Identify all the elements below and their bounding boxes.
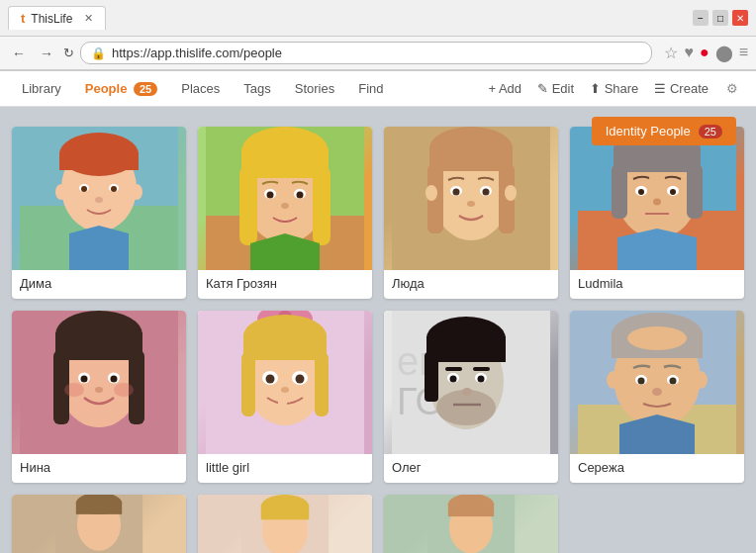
svg-point-86 (450, 376, 457, 383)
person-name-katya: Катя Грозян (198, 270, 372, 299)
svg-point-87 (478, 376, 485, 383)
person-photo-ludmila (570, 127, 744, 270)
pinterest-icon[interactable]: ● (700, 44, 709, 62)
svg-point-60 (114, 383, 134, 397)
svg-point-58 (111, 376, 118, 383)
nav-stories[interactable]: Stories (285, 71, 344, 106)
person-photo-nina (12, 311, 186, 454)
person-photo-katya (198, 127, 372, 270)
person-card-littlegirl[interactable]: little girl (198, 311, 372, 483)
nav-library[interactable]: Library (12, 71, 71, 106)
nav-find[interactable]: Find (348, 71, 393, 106)
person-photo-littlegirl (198, 311, 372, 454)
tab-icon: t (21, 11, 25, 26)
svg-rect-74 (278, 398, 287, 405)
person-card-katya[interactable]: Катя Грозян (198, 127, 372, 299)
people-badge: 25 (134, 82, 157, 96)
person-card-partial1[interactable] (12, 495, 186, 553)
svg-point-103 (694, 371, 708, 389)
nav-people[interactable]: People 25 (75, 71, 168, 106)
people-grid: Дима (12, 127, 744, 553)
browser-tab[interactable]: t ThisLife ✕ (8, 6, 106, 30)
heart-icon[interactable]: ♥ (684, 44, 694, 62)
person-photo-dima (12, 127, 186, 270)
app-nav: Library People 25 Places Tags Stories Fi… (0, 71, 756, 107)
window-maximize-button[interactable]: □ (712, 10, 728, 26)
svg-point-46 (638, 189, 644, 195)
svg-point-101 (652, 388, 662, 396)
svg-rect-82 (425, 352, 438, 402)
person-card-nina[interactable]: Нина (12, 311, 186, 483)
main-content: Identity People 25 (0, 107, 756, 553)
person-card-partial2[interactable] (198, 495, 372, 553)
svg-point-36 (505, 185, 517, 201)
address-actions: ☆ ♥ ● ⬤ ≡ (664, 44, 748, 62)
person-card-dima[interactable]: Дима (12, 127, 186, 299)
svg-rect-89 (473, 367, 490, 371)
svg-rect-17 (239, 166, 257, 245)
svg-point-23 (281, 203, 289, 209)
settings-button[interactable]: ⚙ (720, 75, 744, 102)
toolbar-actions: + Add ✎ Edit ⬆ Share ☰ Create ⚙ (484, 75, 744, 102)
edit-button[interactable]: ✎ Edit (533, 75, 578, 102)
url-text: https://app.thislife.com/people (112, 46, 282, 60)
forward-button[interactable]: → (36, 44, 57, 63)
svg-point-32 (453, 189, 460, 196)
person-photo-partial3 (384, 495, 558, 553)
person-card-ludmila[interactable]: Ludmila (570, 127, 744, 299)
person-card-lyuda[interactable]: Люда (384, 127, 558, 299)
record-icon[interactable]: ⬤ (715, 44, 733, 62)
share-button[interactable]: ⬆ Share (586, 75, 642, 102)
title-bar: t ThisLife ✕ − □ ✕ (0, 0, 756, 37)
svg-point-48 (653, 199, 661, 206)
svg-point-100 (670, 378, 677, 385)
window-close-button[interactable]: ✕ (732, 10, 748, 26)
tab-close-button[interactable]: ✕ (84, 12, 93, 25)
svg-rect-68 (241, 352, 255, 416)
svg-point-21 (267, 192, 274, 199)
person-name-seryozha: Сережа (570, 454, 744, 483)
menu-icon[interactable]: ≡ (739, 44, 748, 62)
person-card-seryozha[interactable]: Сережа (570, 311, 744, 483)
svg-rect-111 (261, 506, 310, 519)
svg-point-61 (95, 387, 103, 393)
svg-point-11 (131, 184, 142, 200)
person-name-nina: Нина (12, 454, 186, 483)
svg-rect-88 (445, 367, 462, 371)
nav-places[interactable]: Places (171, 71, 230, 106)
svg-point-90 (462, 388, 472, 396)
person-name-lyuda: Люда (384, 270, 558, 299)
create-button[interactable]: ☰ Create (650, 75, 712, 102)
svg-point-75 (281, 387, 289, 393)
person-card-oleg[interactable]: er C ГОЯ (384, 311, 558, 483)
url-bar[interactable]: 🔒 https://app.thislife.com/people (80, 42, 652, 64)
lock-icon: 🔒 (91, 46, 106, 60)
person-name-dima: Дима (12, 270, 186, 299)
identity-badge: 25 (699, 125, 722, 138)
bookmark-icon[interactable]: ☆ (664, 44, 678, 62)
back-button[interactable]: ← (8, 44, 30, 63)
address-bar: ← → ↻ 🔒 https://app.thislife.com/people … (0, 37, 756, 70)
svg-point-33 (483, 189, 490, 196)
svg-point-57 (81, 376, 88, 383)
reload-button[interactable]: ↻ (63, 46, 74, 60)
person-card-partial3[interactable] (384, 495, 558, 553)
person-name-littlegirl: little girl (198, 454, 372, 483)
person-photo-partial2 (198, 495, 372, 553)
svg-rect-107 (76, 503, 122, 514)
svg-point-34 (467, 201, 475, 207)
svg-rect-115 (448, 504, 494, 516)
identity-label: Identity People (606, 124, 691, 138)
svg-point-35 (425, 185, 437, 201)
nav-tags[interactable]: Tags (234, 71, 280, 106)
svg-point-22 (297, 192, 304, 199)
svg-point-8 (111, 186, 117, 192)
svg-point-59 (64, 383, 84, 397)
svg-point-9 (95, 197, 103, 203)
add-button[interactable]: + Add (484, 75, 525, 102)
tab-title: ThisLife (31, 12, 72, 26)
svg-rect-69 (315, 352, 329, 416)
identity-people-button[interactable]: Identity People 25 (592, 117, 736, 145)
person-photo-partial1 (12, 495, 186, 553)
window-minimize-button[interactable]: − (693, 10, 709, 26)
